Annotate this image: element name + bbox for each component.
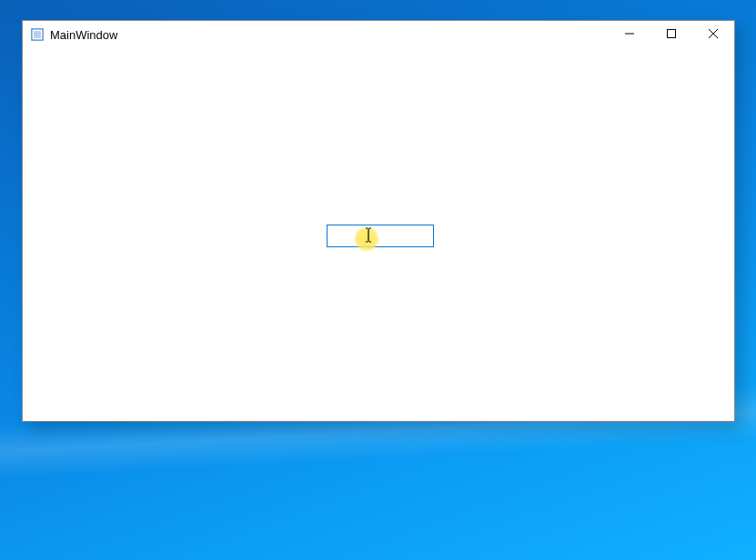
close-button[interactable] xyxy=(692,21,734,48)
svg-rect-1 xyxy=(34,31,41,38)
minimize-icon xyxy=(625,28,634,41)
app-icon xyxy=(30,27,45,42)
titlebar[interactable]: MainWindow xyxy=(23,21,734,48)
minimize-button[interactable] xyxy=(609,21,650,48)
maximize-icon xyxy=(667,28,676,41)
text-input[interactable] xyxy=(327,225,434,247)
window-controls xyxy=(609,21,734,48)
client-area xyxy=(23,48,734,421)
main-window: MainWindow xyxy=(22,20,735,422)
close-icon xyxy=(709,28,718,41)
window-title: MainWindow xyxy=(50,28,117,42)
svg-rect-3 xyxy=(668,30,676,38)
maximize-button[interactable] xyxy=(650,21,692,48)
